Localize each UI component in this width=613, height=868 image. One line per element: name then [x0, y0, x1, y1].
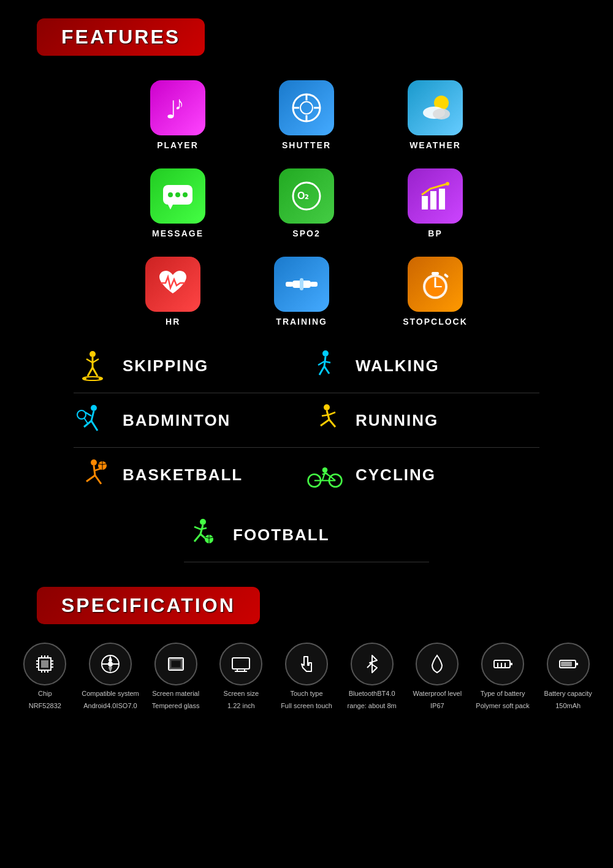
svg-rect-20 [439, 189, 445, 209]
battery-cap-icon [547, 643, 590, 685]
svg-text:O₂: O₂ [297, 191, 309, 201]
spo2-icon: O₂ [279, 168, 334, 224]
sport-badminton: BADMINTON [74, 393, 306, 448]
message-icon [150, 168, 205, 224]
battery-cap-title: Battery capacity [544, 689, 592, 698]
svg-rect-25 [300, 278, 303, 290]
weather-icon [408, 80, 463, 135]
battery-cap-value: 150mAh [555, 701, 581, 710]
training-label: TRAINING [276, 317, 327, 326]
app-bp: BP [408, 168, 463, 238]
cycling-icon [306, 456, 343, 493]
bp-label: BP [428, 228, 442, 238]
screen-material-icon [154, 643, 197, 685]
svg-line-42 [91, 411, 94, 421]
sport-cycling: CYCLING [306, 448, 539, 502]
bluetooth-title: BluetoothBT4.0 [349, 689, 395, 698]
bp-icon [408, 168, 463, 224]
compatible-value: Android4.0ISO7.0 [83, 701, 137, 710]
spec-screen-size: Screen size 1.22 inch [208, 643, 274, 711]
football-row: FOOTBALL [184, 508, 429, 562]
svg-point-21 [446, 182, 449, 186]
apps-row-2: MESSAGE O₂ SPO2 BP [150, 168, 463, 238]
weather-label: WEATHER [409, 140, 461, 150]
svg-rect-31 [444, 273, 449, 278]
svg-line-65 [329, 412, 335, 415]
app-spo2: O₂ SPO2 [279, 168, 334, 238]
chip-title: Chip [38, 689, 52, 698]
compatible-title: Compatible system [82, 689, 139, 698]
touch-type-value: Full screen touch [281, 701, 332, 710]
spec-chip: Chip NRF52832 [12, 643, 78, 711]
svg-point-32 [89, 351, 96, 357]
spec-touch-type: Touch type Full screen touch [274, 643, 340, 711]
sports-grid: SKIPPING BADMINTON [0, 333, 613, 508]
svg-point-12 [168, 192, 173, 197]
basketball-icon [74, 456, 110, 493]
svg-rect-85 [41, 660, 48, 668]
svg-point-10 [433, 108, 450, 119]
specification-badge: SPECIFICATION [37, 587, 260, 624]
waterproof-icon [416, 643, 459, 685]
compatible-icon [89, 643, 132, 685]
svg-text:♪: ♪ [175, 93, 184, 113]
touch-type-title: Touch type [290, 689, 322, 698]
sport-skipping: SKIPPING [74, 339, 306, 393]
spo2-label: SPO2 [292, 228, 320, 238]
svg-line-50 [86, 475, 95, 481]
svg-rect-30 [432, 272, 439, 275]
app-message: MESSAGE [150, 168, 205, 238]
svg-line-44 [91, 421, 97, 431]
spec-compatible: Compatible system Android4.0ISO7.0 [78, 643, 143, 711]
sport-running: RUNNING [306, 393, 539, 448]
waterproof-title: Waterproof level [413, 689, 462, 698]
player-label: PLAYER [157, 140, 199, 150]
stopclock-label: STOPCLOCK [403, 317, 468, 326]
shutter-icon [279, 80, 334, 135]
shutter-label: SHUTTER [282, 140, 331, 150]
spec-bluetooth: BluetoothBT4.0 range: about 8m [339, 643, 405, 711]
apps-grid: ♩ ♪ PLAYER SHUTTER [0, 62, 613, 333]
battery-type-icon [481, 643, 524, 685]
svg-rect-117 [561, 662, 572, 666]
badminton-icon [74, 402, 110, 439]
app-hr: HR [145, 257, 200, 326]
svg-rect-18 [422, 196, 428, 209]
cycling-label: CYCLING [356, 466, 436, 485]
waterproof-value: IP67 [430, 701, 444, 710]
skipping-icon [74, 347, 110, 384]
player-icon: ♩ ♪ [150, 80, 205, 135]
svg-line-57 [319, 366, 324, 375]
svg-line-43 [84, 421, 91, 427]
svg-rect-116 [576, 663, 578, 665]
svg-point-69 [322, 467, 328, 473]
bluetooth-value: range: about 8m [348, 701, 397, 710]
svg-line-36 [88, 368, 93, 376]
svg-point-3 [300, 102, 313, 114]
training-icon [274, 257, 329, 312]
app-training: TRAINING [274, 257, 329, 326]
svg-rect-104 [171, 660, 181, 668]
spec-battery-cap: Battery capacity 150mAh [535, 643, 601, 711]
svg-point-13 [175, 192, 180, 197]
hr-icon [145, 257, 200, 312]
app-shutter: SHUTTER [279, 80, 334, 150]
running-icon [306, 402, 343, 439]
hr-label: HR [166, 317, 180, 326]
svg-rect-22 [286, 282, 293, 287]
screen-material-title: Screen material [152, 689, 199, 698]
svg-line-64 [329, 420, 335, 427]
svg-rect-19 [430, 191, 436, 209]
spec-screen-material: Screen material Tempered glass [143, 643, 208, 711]
svg-line-51 [95, 475, 101, 484]
svg-point-14 [183, 192, 188, 197]
sports-left-column: SKIPPING BADMINTON [74, 339, 306, 502]
svg-rect-23 [310, 282, 318, 287]
skipping-label: SKIPPING [123, 357, 208, 376]
app-player: ♩ ♪ PLAYER [150, 80, 205, 150]
svg-line-37 [93, 368, 97, 376]
app-weather: WEATHER [408, 80, 463, 150]
walking-icon [306, 347, 343, 384]
stopclock-icon [408, 257, 463, 312]
svg-point-55 [322, 350, 329, 357]
